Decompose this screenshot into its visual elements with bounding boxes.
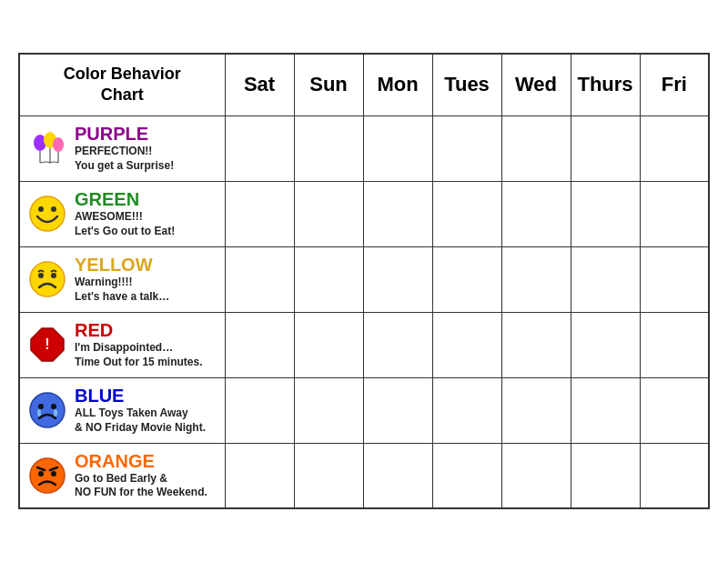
chart-wrapper: Color BehaviorChart Sat Sun Mon Tues Wed… (18, 53, 710, 509)
row-yellow: YELLOW Warning!!!!Let's have a talk… (19, 246, 709, 312)
cell-yellow-sat[interactable] (225, 246, 294, 312)
purple-label: PURPLE (75, 124, 174, 145)
svg-point-6 (30, 196, 65, 231)
cell-red-tues[interactable] (432, 312, 501, 377)
balloons-icon (27, 128, 67, 168)
cell-orange-thurs[interactable] (571, 443, 640, 508)
orange-subtext: Go to Bed Early &NO FUN for the Weekend. (75, 472, 207, 500)
svg-text:!: ! (45, 336, 49, 352)
cell-blue-thurs[interactable] (571, 377, 640, 443)
svg-point-18 (54, 409, 57, 416)
cell-purple-mon[interactable] (363, 115, 432, 181)
angry-icon (27, 456, 67, 496)
svg-point-10 (38, 273, 44, 278)
orange-label: ORANGE (75, 451, 207, 472)
cell-green-mon[interactable] (363, 181, 432, 246)
smile_big-icon (27, 194, 67, 234)
cell-orange-sat[interactable] (225, 443, 294, 508)
cell-blue-sun[interactable] (294, 377, 363, 443)
svg-point-20 (38, 471, 44, 477)
yellow-text: YELLOW Warning!!!!Let's have a talk… (75, 255, 169, 304)
cell-green-sun[interactable] (294, 181, 363, 246)
cell-yellow-sun[interactable] (294, 246, 363, 312)
svg-point-4 (53, 137, 64, 152)
behavior-cell-yellow: YELLOW Warning!!!!Let's have a talk… (19, 246, 225, 312)
behavior-cell-green: GREEN AWESOME!!!Let's Go out to Eat! (19, 181, 225, 246)
yellow-subtext: Warning!!!!Let's have a talk… (75, 276, 169, 304)
cell-orange-fri[interactable] (640, 443, 709, 508)
cell-red-sun[interactable] (294, 312, 363, 377)
orange-text: ORANGE Go to Bed Early &NO FUN for the W… (75, 451, 207, 500)
behavior-cell-purple: PURPLE PERFECTION!!You get a Surprise! (19, 115, 225, 181)
cell-green-thurs[interactable] (571, 181, 640, 246)
behavior-cell-blue: BLUE ALL Toys Taken Away& NO Friday Movi… (19, 377, 225, 443)
cell-blue-tues[interactable] (432, 377, 501, 443)
day-header-wed: Wed (501, 54, 571, 115)
cell-purple-sat[interactable] (225, 115, 294, 181)
day-header-sat: Sat (225, 54, 294, 115)
day-header-thurs: Thurs (571, 54, 640, 115)
svg-point-14 (30, 393, 65, 427)
cell-orange-sun[interactable] (294, 443, 363, 508)
purple-subtext: PERFECTION!!You get a Surprise! (75, 145, 174, 173)
behavior-chart: Color BehaviorChart Sat Sun Mon Tues Wed… (18, 53, 710, 509)
behavior-cell-red: ! RED I'm Disappointed…Time Out for 15 m… (19, 312, 225, 377)
row-red: ! RED I'm Disappointed…Time Out for 15 m… (19, 312, 709, 377)
day-header-fri: Fri (640, 54, 709, 115)
svg-point-9 (30, 262, 65, 296)
cell-green-wed[interactable] (501, 181, 571, 246)
cell-red-sat[interactable] (225, 312, 294, 377)
cell-green-sat[interactable] (225, 181, 294, 246)
cell-blue-mon[interactable] (363, 377, 432, 443)
day-header-mon: Mon (363, 54, 432, 115)
cell-green-fri[interactable] (640, 181, 709, 246)
cell-orange-tues[interactable] (432, 443, 501, 508)
cell-yellow-tues[interactable] (432, 246, 501, 312)
svg-point-17 (37, 409, 41, 416)
chart-title: Color BehaviorChart (19, 54, 225, 115)
svg-point-16 (51, 404, 56, 409)
cell-blue-sat[interactable] (225, 377, 294, 443)
yellow-label: YELLOW (75, 255, 169, 276)
cell-yellow-mon[interactable] (363, 246, 432, 312)
svg-point-11 (51, 273, 56, 278)
cell-purple-fri[interactable] (640, 115, 709, 181)
behavior-cell-orange: ORANGE Go to Bed Early &NO FUN for the W… (19, 443, 225, 508)
red-label: RED (75, 320, 202, 341)
green-label: GREEN (75, 189, 175, 210)
svg-point-8 (51, 206, 56, 212)
cell-red-mon[interactable] (363, 312, 432, 377)
green-text: GREEN AWESOME!!!Let's Go out to Eat! (75, 189, 175, 238)
cell-orange-wed[interactable] (501, 443, 571, 508)
day-header-tues: Tues (432, 54, 501, 115)
green-subtext: AWESOME!!!Let's Go out to Eat! (75, 210, 175, 238)
cell-purple-wed[interactable] (501, 115, 571, 181)
cell-yellow-thurs[interactable] (571, 246, 640, 312)
svg-point-19 (30, 458, 65, 493)
cell-purple-sun[interactable] (294, 115, 363, 181)
cell-blue-wed[interactable] (501, 377, 571, 443)
cell-purple-thurs[interactable] (571, 115, 640, 181)
cell-green-tues[interactable] (432, 181, 501, 246)
cell-red-thurs[interactable] (571, 312, 640, 377)
purple-text: PURPLE PERFECTION!!You get a Surprise! (75, 124, 174, 173)
row-purple: PURPLE PERFECTION!!You get a Surprise! (19, 115, 709, 181)
cell-purple-tues[interactable] (432, 115, 501, 181)
row-green: GREEN AWESOME!!!Let's Go out to Eat! (19, 181, 709, 246)
row-orange: ORANGE Go to Bed Early &NO FUN for the W… (19, 443, 709, 508)
svg-point-7 (38, 206, 44, 212)
cell-yellow-wed[interactable] (501, 246, 571, 312)
red-text: RED I'm Disappointed…Time Out for 15 min… (75, 320, 202, 369)
cell-red-fri[interactable] (640, 312, 709, 377)
blue-subtext: ALL Toys Taken Away& NO Friday Movie Nig… (75, 406, 206, 435)
cell-blue-fri[interactable] (640, 377, 709, 443)
sad-icon (27, 259, 67, 299)
svg-point-21 (51, 471, 56, 477)
cry-icon (27, 390, 67, 430)
cell-orange-mon[interactable] (363, 443, 432, 508)
cell-yellow-fri[interactable] (640, 246, 709, 312)
row-blue: BLUE ALL Toys Taken Away& NO Friday Movi… (19, 377, 709, 443)
blue-text: BLUE ALL Toys Taken Away& NO Friday Movi… (75, 386, 206, 435)
cell-red-wed[interactable] (501, 312, 571, 377)
red-subtext: I'm Disappointed…Time Out for 15 minutes… (75, 341, 202, 369)
